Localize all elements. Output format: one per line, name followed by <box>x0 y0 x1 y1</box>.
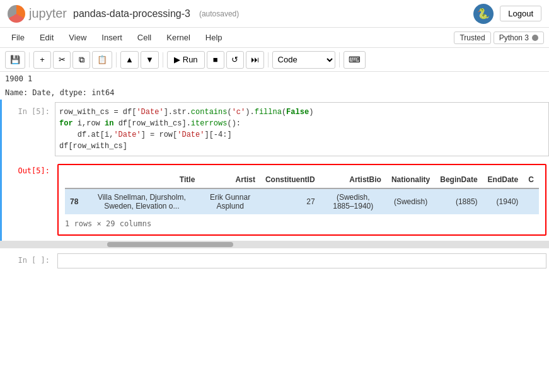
output-border-box: Title Artist ConstituentID ArtistBio Nat… <box>57 164 546 236</box>
stop-button[interactable]: ■ <box>207 51 224 69</box>
df-cell-c <box>523 188 539 214</box>
topbar: jupyter pandas-data-processing-3 (autosa… <box>0 0 549 28</box>
empty-cell: In [ ]: <box>0 248 549 274</box>
menu-insert[interactable]: Insert <box>95 31 129 44</box>
row-count: 1 rows × 29 columns <box>65 219 539 228</box>
prev-output-text2: Name: Date, dtype: int64 <box>5 88 114 97</box>
toolbar-separator-2 <box>116 52 117 67</box>
run-button[interactable]: ▶ Run <box>167 51 205 69</box>
df-cell-title: Villa Snellman, Djursholm, Sweden, Eleva… <box>83 188 200 214</box>
keyboard-shortcuts-button[interactable]: ⌨ <box>344 51 366 69</box>
python-logo-icon: 🐍 <box>473 4 494 24</box>
df-col-nationality: Nationality <box>386 171 435 188</box>
df-header-row: Title Artist ConstituentID ArtistBio Nat… <box>65 171 539 188</box>
df-cell-artist: Erik Gunnar Asplund <box>200 188 260 214</box>
df-thead: Title Artist ConstituentID ArtistBio Nat… <box>65 171 539 188</box>
add-cell-button[interactable]: + <box>33 51 51 69</box>
topbar-left: jupyter pandas-data-processing-3 (autosa… <box>8 5 239 23</box>
notebook-title: pandas-data-processing-3 <box>73 8 190 20</box>
restart-run-button[interactable]: ⏭ <box>246 51 264 69</box>
menu-edit[interactable]: Edit <box>33 31 60 44</box>
run-icon: ▶ <box>174 55 180 64</box>
code-line-3: df.at[i,'Date'] = row['Date'][-4:] <box>59 129 545 141</box>
move-down-button[interactable]: ▼ <box>141 51 159 69</box>
code-line-4: df[row_with_cs] <box>59 141 545 152</box>
move-up-button[interactable]: ▲ <box>120 51 139 69</box>
kernel-indicator: Python 3 <box>494 32 544 44</box>
df-cell-index: 78 <box>65 188 83 214</box>
menu-help[interactable]: Help <box>199 31 229 44</box>
df-cell-constituentid: 27 <box>260 188 320 214</box>
jupyter-icon <box>8 5 25 23</box>
scrollbar-thumb[interactable] <box>107 242 233 247</box>
notebook: 1900 1 Name: Date, dtype: int64 In [5]: … <box>0 72 549 392</box>
paste-cell-button[interactable]: 📋 <box>92 51 112 69</box>
df-col-artistbio: ArtistBio <box>320 171 386 188</box>
empty-cell-prompt: In [ ]: <box>4 251 55 271</box>
df-tbody: 78 Villa Snellman, Djursholm, Sweden, El… <box>65 188 539 214</box>
table-row: 78 Villa Snellman, Djursholm, Sweden, El… <box>65 188 539 214</box>
output-content: Title Artist ConstituentID ArtistBio Nat… <box>55 161 549 238</box>
menu-file[interactable]: File <box>5 31 31 44</box>
menu-cell[interactable]: Cell <box>131 31 158 44</box>
df-col-c: C <box>523 171 539 188</box>
prev-output-text1: 1900 1 <box>5 74 32 83</box>
menu-kernel[interactable]: Kernel <box>160 31 197 44</box>
cell-row: In [5]: row_with_cs = df['Date'].str.con… <box>4 102 549 156</box>
horizontal-scrollbar[interactable] <box>0 241 549 248</box>
prev-output-line2: Name: Date, dtype: int64 <box>0 86 549 100</box>
cell-code-5[interactable]: row_with_cs = df['Date'].str.contains('c… <box>55 102 549 156</box>
toolbar-separator-3 <box>163 52 163 67</box>
jupyter-logo: jupyter <box>8 5 67 23</box>
toolbar-separator-5 <box>339 52 340 67</box>
empty-cell-content[interactable] <box>55 251 549 271</box>
df-col-title: Title <box>83 171 200 188</box>
df-col-index <box>65 171 83 188</box>
toolbar: 💾 + ✂ ⧉ 📋 ▲ ▼ ▶ Run ■ ↺ ⏭ Code Markdown … <box>0 48 549 72</box>
menubar: File Edit View Insert Cell Kernel Help T… <box>0 28 549 48</box>
empty-cell-row: In [ ]: <box>4 251 549 271</box>
df-cell-enddate: (1940) <box>483 188 524 214</box>
cell-prompt-5: In [5]: <box>4 102 55 156</box>
jupyter-wordmark: jupyter <box>29 6 67 21</box>
kernel-name: Python 3 <box>499 33 529 42</box>
cut-cell-button[interactable]: ✂ <box>53 51 71 69</box>
save-button[interactable]: 💾 <box>5 51 25 69</box>
output-row: Out[5]: Title Artist ConstituentID <box>4 161 549 238</box>
topbar-right: 🐍 Logout <box>473 4 541 24</box>
dataframe-container[interactable]: Title Artist ConstituentID ArtistBio Nat… <box>65 171 539 214</box>
df-cell-begindate: (1885) <box>435 188 482 214</box>
df-cell-nationality: (Swedish) <box>386 188 435 214</box>
df-col-constituentid: ConstituentID <box>260 171 320 188</box>
toolbar-separator-1 <box>29 52 30 67</box>
df-cell-artistbio: (Swedish, 1885–1940) <box>320 188 386 214</box>
code-line-1: row_with_cs = df['Date'].str.contains('c… <box>59 107 545 118</box>
df-col-begindate: BeginDate <box>435 171 482 188</box>
df-col-artist: Artist <box>200 171 260 188</box>
code-line-2: for i,row in df[row_with_cs].iterrows(): <box>59 118 545 129</box>
cell-type-select[interactable]: Code Markdown <box>272 51 335 69</box>
toolbar-separator-4 <box>268 52 269 67</box>
kernel-status-circle <box>532 35 538 41</box>
output-cell-5: Out[5]: Title Artist ConstituentID <box>0 159 549 241</box>
run-label: Run <box>183 55 198 64</box>
output-prompt-5: Out[5]: <box>4 161 55 238</box>
restart-button[interactable]: ↺ <box>226 51 244 69</box>
empty-cell-input[interactable] <box>57 253 546 268</box>
dataframe-table: Title Artist ConstituentID ArtistBio Nat… <box>65 171 539 214</box>
copy-cell-button[interactable]: ⧉ <box>72 51 90 69</box>
trusted-badge[interactable]: Trusted <box>454 32 490 44</box>
logout-button[interactable]: Logout <box>500 6 541 21</box>
menu-view[interactable]: View <box>62 31 93 44</box>
df-col-enddate: EndDate <box>483 171 524 188</box>
prev-output-line1: 1900 1 <box>0 72 549 86</box>
autosaved-label: (autosaved) <box>199 9 239 18</box>
code-cell-5: In [5]: row_with_cs = df['Date'].str.con… <box>0 100 549 159</box>
